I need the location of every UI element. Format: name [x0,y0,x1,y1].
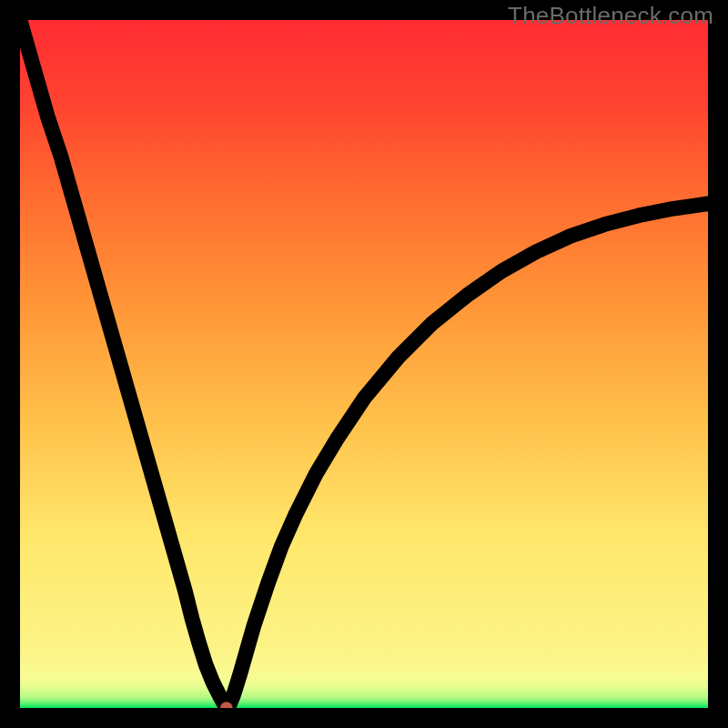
watermark-text: TheBottleneck.com [508,2,713,30]
curve-svg [20,20,708,708]
bottleneck-curve [20,20,708,708]
plot-area [20,20,708,708]
chart-frame: TheBottleneck.com [0,0,728,728]
